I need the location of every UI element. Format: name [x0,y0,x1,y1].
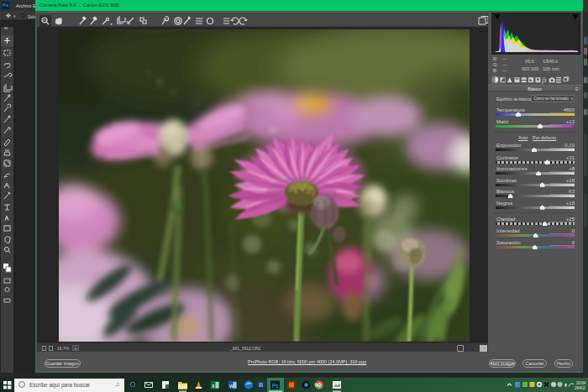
svg-text:x: x [212,383,215,389]
svg-text:20:04: 20:04 [576,381,586,385]
svg-text:w: w [228,383,234,389]
svg-text:26/6/2: 26/6/2 [575,386,585,390]
svg-text:Ps: Ps [272,383,279,389]
svg-text:fx: fx [543,76,548,84]
